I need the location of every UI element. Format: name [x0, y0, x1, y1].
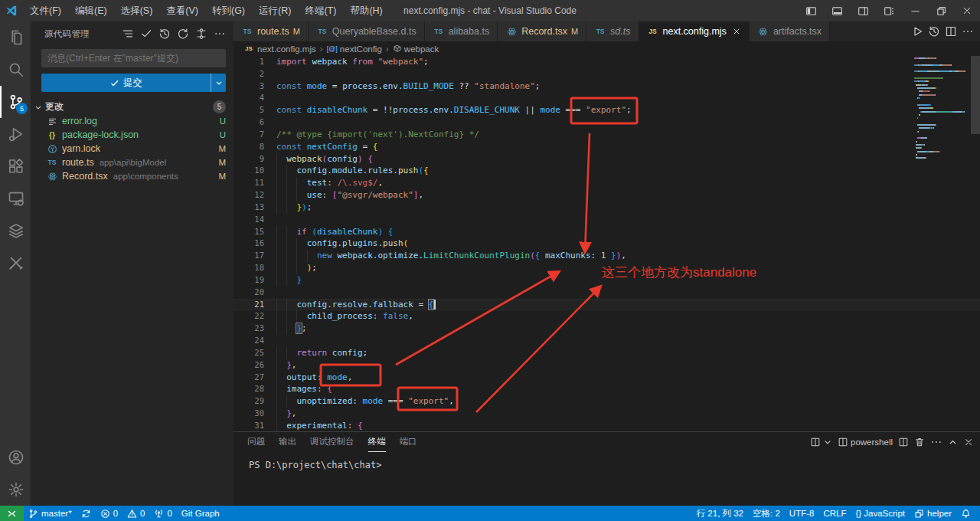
code-line-9[interactable]: 9webpack(config) {	[234, 153, 980, 165]
file-row-Record.tsx[interactable]: Record.tsxapp\componentsM	[31, 169, 234, 183]
menu-item-3[interactable]: 查看(V)	[159, 0, 205, 21]
panel-tab-调试控制台[interactable]: 调试控制台	[310, 432, 354, 452]
minimize-button[interactable]	[902, 0, 928, 21]
breadcrumb-item-nextConfig[interactable]: [@]nextConfig	[327, 44, 382, 54]
activity-item-settings-gear[interactable]	[0, 473, 31, 506]
refresh-button[interactable]	[175, 26, 191, 41]
code-line-2[interactable]: 2	[234, 68, 980, 80]
code-line-25[interactable]: 25return config;	[234, 347, 980, 359]
tab-QueryableBase.d.ts[interactable]: TSQueryableBase.d.ts	[309, 21, 425, 41]
code-line-16[interactable]: 16config.plugins.push(	[234, 238, 980, 250]
code-line-11[interactable]: 11test: /\.svg$/,	[234, 177, 980, 189]
tab-artifacts.tsx[interactable]: artifacts.tsx	[750, 21, 830, 41]
file-row-yarn.lock[interactable]: yarn.lockM	[31, 142, 234, 156]
status-git-branch[interactable]: master*	[24, 506, 77, 521]
breadcrumb-item-next.config.mjs[interactable]: JSnext.config.mjs	[243, 43, 316, 55]
history-button[interactable]	[157, 26, 172, 41]
status-helper[interactable]: helper	[910, 506, 956, 521]
split-editor-button[interactable]	[945, 25, 957, 38]
layout-sidebar-right-button[interactable]	[850, 0, 876, 21]
menu-item-6[interactable]: 终端(T)	[298, 0, 343, 21]
status-sync[interactable]	[77, 506, 96, 521]
menu-item-0[interactable]: 文件(F)	[23, 0, 68, 21]
code-line-20[interactable]: 20	[234, 287, 980, 299]
code-line-8[interactable]: 8const nextConfig = {	[234, 141, 980, 153]
panel-tab-问题[interactable]: 问题	[247, 432, 265, 452]
activity-item-layers[interactable]	[0, 215, 31, 247]
file-row-error.log[interactable]: error.logU	[31, 114, 234, 128]
status-cursor-position[interactable]: 行 21, 列 32	[692, 506, 748, 521]
layout-panel-button[interactable]	[824, 0, 850, 21]
tab-alibaba.ts[interactable]: TSalibaba.ts	[425, 21, 498, 41]
code-line-23[interactable]: 23};	[234, 323, 980, 335]
code-line-7[interactable]: 7/** @type {import('next').NextConfig} *…	[234, 129, 980, 141]
code-line-15[interactable]: 15if (disableChunk) {	[234, 226, 980, 238]
layout-customize-button[interactable]	[876, 0, 902, 21]
activity-item-account[interactable]	[0, 441, 31, 473]
code-line-6[interactable]: 6	[234, 116, 980, 129]
code-line-26[interactable]: 26},	[234, 359, 980, 372]
code-line-3[interactable]: 3const mode = process.env.BUILD_MODE ?? …	[234, 80, 980, 93]
activity-item-source-control[interactable]: 5	[0, 86, 31, 118]
layout-sidebar-left-button[interactable]	[798, 0, 824, 21]
code-line-30[interactable]: 30},	[234, 408, 980, 420]
code-line-18[interactable]: 18);	[234, 262, 980, 274]
kill-terminal-button[interactable]	[914, 437, 925, 447]
more-button[interactable]	[962, 25, 974, 38]
code-line-29[interactable]: 29unoptimized: mode === "export",	[234, 395, 980, 408]
code-line-1[interactable]: 1import webpack from "webpack";	[234, 56, 980, 68]
status-ports[interactable]: 0	[149, 506, 176, 521]
shell-picker-button[interactable]: powershell	[838, 437, 893, 447]
menu-item-4[interactable]: 转到(G)	[205, 0, 252, 21]
commit-dropdown-button[interactable]	[211, 74, 226, 92]
code-line-24[interactable]: 24	[234, 335, 980, 347]
activity-item-extensions[interactable]	[0, 150, 31, 182]
editor-scrollbar[interactable]	[971, 56, 980, 134]
code-line-13[interactable]: 13});	[234, 202, 980, 214]
status-warnings[interactable]: 0	[122, 506, 149, 521]
tab-close-icon[interactable]	[732, 27, 741, 36]
code-line-21[interactable]: 21config.resolve.fallback = {	[234, 299, 980, 311]
activity-item-search[interactable]	[0, 54, 31, 86]
status-notifications[interactable]	[956, 506, 975, 521]
status-indentation[interactable]: 空格: 2	[748, 506, 785, 521]
tab-route.ts[interactable]: TSroute.tsM	[234, 21, 309, 41]
commit-button[interactable]: 提交	[41, 74, 226, 92]
split-terminal-button[interactable]	[898, 437, 909, 447]
panel-tab-输出[interactable]: 输出	[279, 432, 296, 452]
status-eol[interactable]: CRLF	[818, 506, 851, 521]
status-language[interactable]: {} JavaScript	[851, 506, 910, 521]
maximize-panel-button[interactable]	[948, 437, 958, 447]
view-as-list-button[interactable]	[120, 26, 136, 41]
more-actions-button[interactable]	[930, 436, 942, 448]
code-line-19[interactable]: 19}	[234, 274, 980, 287]
close-panel-button[interactable]	[963, 437, 974, 447]
activity-item-tools[interactable]	[0, 247, 31, 279]
commit-graph-button[interactable]	[194, 26, 209, 41]
terminal-content[interactable]: PS D:\project\chat\chat>	[234, 452, 980, 470]
code-line-10[interactable]: 10config.module.rules.push({	[234, 165, 980, 177]
code-editor[interactable]: 1import webpack from "webpack";23const m…	[234, 56, 980, 431]
launch-profile-button[interactable]	[810, 437, 832, 447]
code-line-5[interactable]: 5const disableChunk = !!process.env.DISA…	[234, 104, 980, 116]
tab-sd.ts[interactable]: TSsd.ts	[586, 21, 639, 41]
commit-check-button[interactable]	[139, 26, 154, 41]
code-line-4[interactable]: 4	[234, 92, 980, 104]
file-row-package-lock.json[interactable]: {}package-lock.jsonU	[31, 128, 234, 142]
play-button[interactable]	[911, 25, 923, 38]
tab-next.config.mjs[interactable]: JSnext.config.mjs	[639, 21, 750, 41]
menu-item-1[interactable]: 编辑(E)	[68, 0, 114, 21]
code-line-28[interactable]: 28images: {	[234, 383, 980, 395]
menu-item-5[interactable]: 运行(R)	[252, 0, 298, 21]
status-errors[interactable]: 0	[96, 506, 122, 521]
restore-button[interactable]	[928, 0, 954, 21]
activity-item-run-debug[interactable]	[0, 118, 31, 150]
close-button[interactable]	[954, 0, 980, 21]
commit-message-input[interactable]	[41, 49, 226, 67]
code-line-12[interactable]: 12use: ["@svgr/webpack"],	[234, 189, 980, 202]
code-line-27[interactable]: 27output: mode,	[234, 372, 980, 384]
menu-item-7[interactable]: 帮助(H)	[343, 0, 389, 21]
more-button[interactable]	[212, 26, 227, 41]
code-line-22[interactable]: 22child_process: false,	[234, 310, 980, 323]
status-encoding[interactable]: UTF-8	[785, 506, 819, 521]
